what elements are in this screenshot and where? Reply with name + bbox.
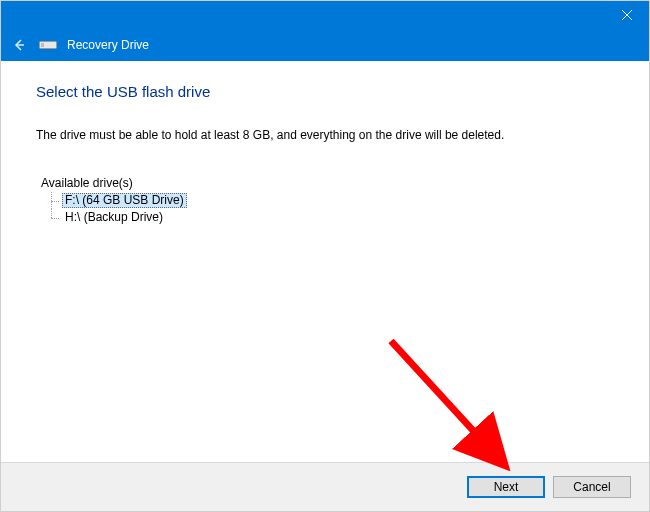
next-button[interactable]: Next: [467, 476, 545, 498]
svg-rect-4: [41, 43, 44, 47]
drive-list-item[interactable]: F:\ (64 GB USB Drive): [48, 192, 614, 209]
recovery-drive-wizard-window: Recovery Drive Select the USB flash driv…: [0, 0, 650, 512]
window-title: Recovery Drive: [67, 38, 149, 52]
recovery-drive-icon: [39, 39, 57, 51]
drive-list-item[interactable]: H:\ (Backup Drive): [48, 209, 614, 226]
tree-connector-icon: [48, 192, 62, 209]
drive-item-label: F:\ (64 GB USB Drive): [62, 193, 187, 208]
back-button[interactable]: [9, 35, 29, 55]
wizard-content: Select the USB flash drive The drive mus…: [1, 61, 649, 462]
back-arrow-icon: [11, 37, 27, 53]
page-heading: Select the USB flash drive: [36, 83, 614, 100]
drive-item-label: H:\ (Backup Drive): [62, 210, 166, 225]
close-icon: [622, 10, 632, 20]
available-drives-tree: F:\ (64 GB USB Drive) H:\ (Backup Drive): [48, 192, 614, 226]
cancel-button[interactable]: Cancel: [553, 476, 631, 498]
window-close-button[interactable]: [607, 4, 647, 26]
window-titlebar: [1, 1, 649, 29]
wizard-header: Recovery Drive: [1, 29, 649, 61]
page-description: The drive must be able to hold at least …: [36, 128, 614, 142]
wizard-footer: Next Cancel: [1, 462, 649, 511]
tree-connector-icon: [48, 209, 62, 226]
available-drives-label: Available drive(s): [41, 176, 614, 190]
